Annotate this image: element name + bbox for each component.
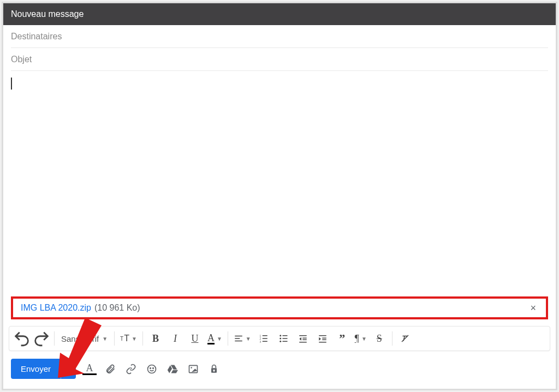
svg-rect-12 <box>282 335 287 336</box>
chevron-down-icon: ▼ <box>217 336 222 342</box>
attachment-filesize: (10 961 Ko) <box>94 303 140 313</box>
text-color-button[interactable]: A ▼ <box>205 329 224 348</box>
svg-point-10 <box>280 338 281 340</box>
insert-drive-button[interactable] <box>165 362 180 376</box>
recipients-placeholder: Destinataires <box>11 32 62 41</box>
attachment-row[interactable]: IMG LBA 2020.zip (10 961 Ko) × <box>17 303 542 313</box>
svg-rect-2 <box>235 341 242 342</box>
svg-point-9 <box>280 335 281 336</box>
svg-point-26 <box>150 367 151 369</box>
svg-rect-15 <box>299 335 307 336</box>
svg-point-25 <box>148 365 156 373</box>
italic-button[interactable]: I <box>166 329 185 348</box>
indent-less-button[interactable] <box>294 329 312 348</box>
strikethrough-button[interactable]: S <box>370 329 389 348</box>
separator <box>114 331 115 346</box>
bullet-list-button[interactable] <box>274 329 293 348</box>
bottom-toolbar: Envoyer A <box>3 351 556 389</box>
bold-button[interactable]: B <box>146 329 165 348</box>
svg-rect-0 <box>235 336 242 337</box>
separator <box>392 331 393 346</box>
chevron-down-icon: ▼ <box>102 336 108 342</box>
svg-rect-32 <box>213 370 214 372</box>
send-options-button[interactable] <box>61 359 76 379</box>
svg-rect-20 <box>319 335 326 336</box>
svg-rect-7 <box>262 338 267 339</box>
separator <box>142 331 143 346</box>
numbered-list-button[interactable]: 123 <box>254 329 273 348</box>
attachment-zone: IMG LBA 2020.zip (10 961 Ko) × <box>11 296 548 319</box>
svg-text:3: 3 <box>259 340 261 343</box>
svg-rect-13 <box>282 338 287 339</box>
header-fields: Destinataires Objet <box>3 25 556 71</box>
attachment-filename: IMG LBA 2020.zip <box>21 303 91 313</box>
font-family-select[interactable]: Sans Serif ▼ <box>58 334 111 343</box>
insert-image-button[interactable] <box>186 362 200 376</box>
compose-window: Nouveau message Destinataires Objet IMG … <box>2 2 557 390</box>
align-button[interactable]: ▼ <box>231 329 253 348</box>
send-button-group: Envoyer <box>11 359 76 379</box>
window-title: Nouveau message <box>11 9 84 19</box>
indent-more-button[interactable] <box>313 329 332 348</box>
undo-button[interactable] <box>13 329 31 348</box>
svg-rect-23 <box>319 342 326 343</box>
text-cursor <box>11 78 12 90</box>
underline-button[interactable]: U <box>186 329 204 348</box>
recipients-field[interactable]: Destinataires <box>11 25 548 48</box>
svg-point-27 <box>153 367 154 369</box>
insert-emoji-button[interactable] <box>145 362 159 376</box>
redo-button[interactable] <box>32 329 51 348</box>
subject-placeholder: Objet <box>11 55 32 64</box>
formatting-toggle-button[interactable]: A <box>82 363 97 375</box>
svg-marker-19 <box>299 337 301 341</box>
confidential-mode-button[interactable] <box>207 362 221 376</box>
svg-rect-21 <box>322 338 326 339</box>
svg-rect-8 <box>262 341 267 342</box>
quote-button[interactable]: ” <box>333 329 352 348</box>
clear-formatting-button[interactable] <box>396 329 414 348</box>
insert-link-button[interactable] <box>124 362 138 376</box>
font-family-label: Sans Serif <box>61 334 99 343</box>
text-direction-button[interactable]: ¶ ▼ <box>353 329 369 348</box>
svg-marker-24 <box>319 337 321 341</box>
format-toolbar: Sans Serif ▼ TT ▼ B I U A ▼ ▼ 123 ” ¶ ▼ … <box>9 326 550 351</box>
message-body[interactable] <box>3 71 556 296</box>
svg-rect-18 <box>299 342 307 343</box>
titlebar: Nouveau message <box>3 3 556 25</box>
svg-rect-6 <box>262 335 267 336</box>
svg-rect-14 <box>282 341 287 342</box>
chevron-down-icon: ▼ <box>361 336 367 342</box>
svg-point-11 <box>280 341 281 342</box>
send-button[interactable]: Envoyer <box>11 359 61 379</box>
svg-rect-22 <box>322 340 326 341</box>
attach-file-button[interactable] <box>103 362 117 376</box>
remove-attachment-button[interactable]: × <box>530 303 536 313</box>
separator <box>228 331 228 346</box>
chevron-down-icon <box>66 367 72 371</box>
font-size-button[interactable]: TT ▼ <box>118 329 139 348</box>
svg-rect-17 <box>302 340 307 341</box>
subject-field[interactable]: Objet <box>11 48 548 71</box>
separator <box>54 331 55 346</box>
svg-rect-16 <box>302 338 307 339</box>
attachment-highlight-box: IMG LBA 2020.zip (10 961 Ko) × <box>11 296 548 319</box>
chevron-down-icon: ▼ <box>246 336 251 342</box>
chevron-down-icon: ▼ <box>132 336 137 342</box>
svg-rect-1 <box>235 338 240 339</box>
svg-point-29 <box>191 367 192 369</box>
